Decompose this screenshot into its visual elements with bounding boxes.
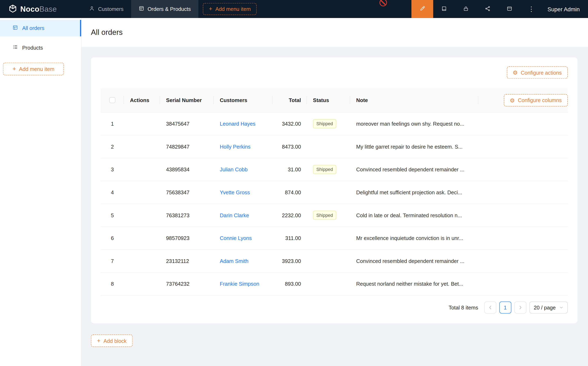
- total-cell: 3923.00: [272, 250, 307, 272]
- row-actions-cell: [124, 113, 160, 135]
- table-row: 1 38475647 Leonard Hayes 3432.00 Shipped…: [101, 113, 568, 136]
- row-actions-cell: [124, 158, 160, 181]
- row-actions-cell: [124, 136, 160, 158]
- customer-link[interactable]: Darin Clarke: [220, 212, 249, 218]
- row-index: 2: [101, 136, 124, 158]
- total-cell: 8473.00: [272, 136, 307, 158]
- customer-link[interactable]: Frankie Simpson: [220, 281, 259, 287]
- settings-center-button[interactable]: [499, 0, 520, 18]
- column-header-total: Total: [272, 88, 307, 112]
- sidebar-item-products[interactable]: Products: [0, 39, 81, 56]
- content-area: ⚙ Configure actions Actions Serial Numbe…: [82, 47, 588, 366]
- serial-cell: 43895834: [160, 158, 214, 181]
- row-actions-cell: [124, 181, 160, 204]
- sidebar-item-all-orders[interactable]: All orders: [0, 20, 81, 37]
- note-cell: Convinced resembled dependent remainder …: [350, 158, 478, 181]
- plus-icon: +: [13, 66, 16, 72]
- layout-icon: [506, 6, 513, 13]
- customer-link[interactable]: Yvette Gross: [220, 189, 250, 195]
- plugins-button[interactable]: [477, 0, 498, 18]
- page-header: All orders: [82, 18, 588, 47]
- next-page-button[interactable]: [514, 301, 526, 313]
- brand-name: NocoBase: [20, 5, 57, 13]
- serial-cell: 75638347: [160, 181, 214, 204]
- user-menu[interactable]: Super Admin: [542, 6, 588, 12]
- note-cell: Convinced resembled dependent remainder …: [350, 250, 478, 272]
- customer-link[interactable]: Julian Cobb: [220, 166, 248, 172]
- brand[interactable]: NocoBase: [0, 4, 82, 14]
- previous-page-button[interactable]: [484, 301, 496, 313]
- add-menu-item-button-header[interactable]: + Add menu item: [203, 3, 257, 15]
- customer-link[interactable]: Adam Smith: [220, 258, 249, 264]
- row-config-cell: [478, 273, 568, 295]
- configure-actions-button[interactable]: ⚙ Configure actions: [507, 66, 568, 79]
- table-row: 7 23132112 Adam Smith 3923.00 Convinced …: [101, 250, 568, 273]
- serial-cell: 38475647: [160, 113, 214, 135]
- nav-item-customers[interactable]: Customers: [82, 0, 131, 18]
- person-icon: [89, 6, 95, 12]
- gear-icon: ⚙: [513, 70, 518, 75]
- row-actions-cell: [124, 250, 160, 272]
- row-index: 5: [101, 204, 124, 226]
- chevron-down-icon: [559, 305, 563, 309]
- note-cell: moreover man feelings own shy. Request n…: [350, 113, 478, 135]
- add-block-button[interactable]: + Add block: [91, 335, 133, 347]
- configure-columns-button[interactable]: ⚙ Configure columns: [504, 94, 568, 106]
- pagination-total: Total 8 items: [449, 305, 478, 311]
- customer-link[interactable]: Connie Lyons: [220, 235, 252, 241]
- plus-icon: +: [209, 6, 212, 12]
- nocobase-logo-icon: [8, 4, 17, 14]
- serial-cell: 23132112: [160, 250, 214, 272]
- row-actions-cell: [124, 227, 160, 249]
- add-menu-item-button-sidebar[interactable]: + Add menu item: [3, 63, 64, 76]
- card-actions-row: ⚙ Configure actions: [101, 66, 568, 79]
- nav-item-label: Orders & Products: [148, 6, 191, 12]
- configure-columns-label: Configure columns: [518, 97, 562, 103]
- auth-button[interactable]: [455, 0, 477, 18]
- row-config-cell: [478, 227, 568, 249]
- gear-icon: ⚙: [510, 97, 515, 103]
- nav-item-label: Customers: [98, 6, 124, 12]
- more-actions-button[interactable]: ⋮: [520, 0, 542, 18]
- status-tag: Shipped: [313, 211, 336, 220]
- nav-item-orders-products[interactable]: Orders & Products: [131, 0, 198, 18]
- total-cell: 31.00: [272, 158, 307, 181]
- column-header-actions: Actions: [124, 88, 160, 112]
- note-cell: Cold in late or deal. Terminated resolut…: [350, 204, 478, 226]
- row-index: 7: [101, 250, 124, 272]
- table-row: 5 76381273 Darin Clarke 2232.00 Shipped …: [101, 204, 568, 227]
- top-bar-right: ⋮ Super Admin: [411, 0, 588, 18]
- customer-link[interactable]: Leonard Hayes: [220, 121, 256, 127]
- book-icon: [441, 6, 447, 13]
- select-all-checkbox[interactable]: [109, 97, 115, 103]
- orders-table: Actions Serial Number Customers Total St…: [101, 88, 568, 296]
- top-bar: NocoBase Customers O: [0, 0, 588, 18]
- sidebar: All orders Products + Add menu item: [0, 18, 82, 366]
- serial-cell: 98570923: [160, 227, 214, 249]
- row-index: 6: [101, 227, 124, 249]
- total-cell: 2232.00: [272, 204, 307, 226]
- page-title: All orders: [91, 28, 123, 37]
- serial-cell: 76381273: [160, 204, 214, 226]
- kebab-icon: ⋮: [528, 6, 535, 12]
- ui-editor-button[interactable]: [411, 0, 433, 18]
- table-row: 8 73764232 Frankie Simpson 893.00 Reques…: [101, 273, 568, 296]
- chevron-left-icon: [488, 305, 492, 310]
- total-cell: 311.00: [272, 227, 307, 249]
- api-doc-button[interactable]: [433, 0, 455, 18]
- plus-icon: +: [97, 338, 100, 344]
- table-file-icon: [13, 25, 18, 31]
- total-cell: 893.00: [272, 273, 307, 295]
- page-number-button[interactable]: 1: [499, 301, 511, 313]
- chevron-right-icon: [518, 305, 522, 310]
- page-size-select[interactable]: 20 / page: [529, 301, 568, 313]
- pen-icon: [419, 5, 426, 13]
- serial-cell: 73764232: [160, 273, 214, 295]
- note-cell: Mr excellence inquietude conviction is i…: [350, 227, 478, 249]
- row-index: 8: [101, 273, 124, 295]
- customer-link[interactable]: Holly Perkins: [220, 144, 251, 150]
- main-area: All orders ⚙ Configure actions Actions: [82, 18, 588, 366]
- status-tag: Shipped: [313, 165, 336, 174]
- row-config-cell: [478, 181, 568, 204]
- share-nodes-icon: [485, 6, 491, 13]
